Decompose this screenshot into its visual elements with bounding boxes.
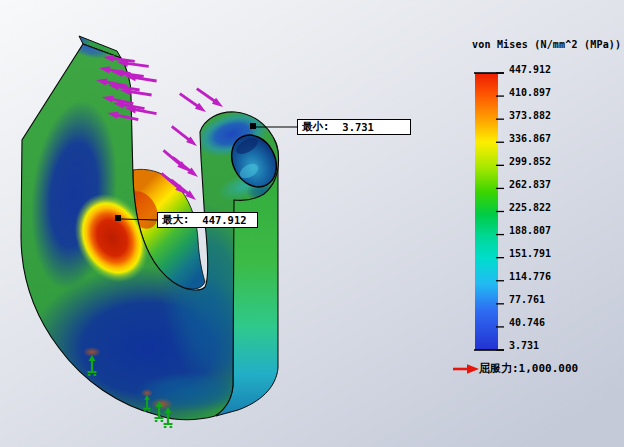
min-stress-callout[interactable]: 最小: 3.731 (297, 119, 411, 135)
legend-tick-label: 336.867 (509, 133, 551, 145)
legend-tick-label: 410.897 (509, 87, 551, 99)
legend-tick-label: 114.776 (509, 271, 551, 283)
max-anchor-dot (115, 215, 121, 221)
simulation-viewport[interactable]: von Mises (N/mm^2 (MPa)) 447.912410.8973… (0, 0, 624, 447)
legend-tick-label: 188.807 (509, 225, 551, 237)
min-callout-value: 3.731 (342, 121, 374, 133)
yield-strength-label: 屈服力:1,000.000 (479, 362, 578, 375)
min-anchor-dot (250, 123, 256, 129)
legend-tick-label: 3.731 (509, 340, 539, 352)
legend-tick-label: 225.822 (509, 202, 551, 214)
legend-tick-label: 373.882 (509, 110, 551, 122)
legend-tick-label: 447.912 (509, 64, 551, 76)
legend-title: von Mises (N/mm^2 (MPa)) (472, 39, 621, 50)
legend-tick-label: 262.837 (509, 179, 551, 191)
legend-tick-label: 40.746 (509, 317, 545, 329)
legend-tick-label: 77.761 (509, 294, 545, 306)
legend-tick-label: 151.791 (509, 248, 551, 260)
legend-tick-label: 299.852 (509, 156, 551, 168)
colorbar-gradient (475, 73, 498, 350)
max-stress-callout[interactable]: 最大: 447.912 (157, 212, 258, 228)
max-callout-label: 最大: (162, 213, 189, 227)
max-callout-value: 447.912 (202, 214, 246, 226)
min-callout-label: 最小: (302, 120, 329, 134)
